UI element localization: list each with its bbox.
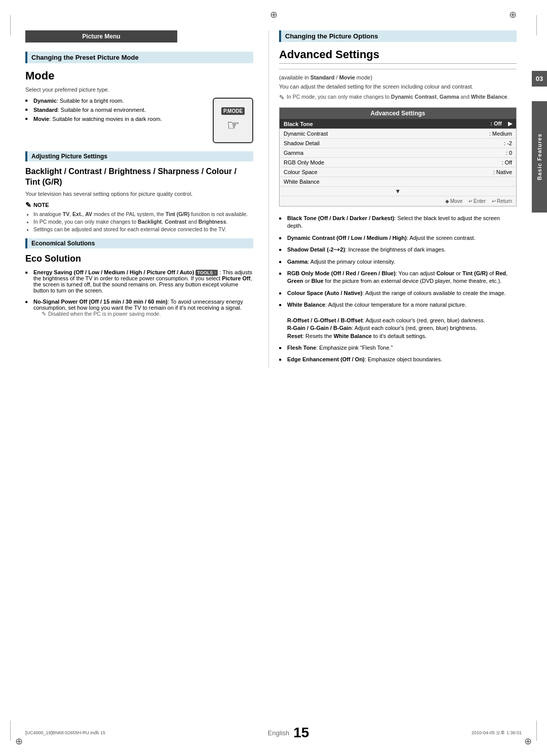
pc-mode-note: ✎ In PC mode, you can only make changes …: [279, 94, 517, 101]
pmode-label: P.MODE: [221, 107, 245, 115]
feature-rgb-only: RGB Only Mode (Off / Red / Green / Blue)…: [279, 270, 517, 285]
mode-desc: Select your preferred picture type.: [25, 87, 253, 93]
adv-cell-white-balance-value: [428, 177, 516, 187]
section-heading-eco: Economical Solutions: [25, 238, 253, 248]
pc-mode-note-text: In PC mode, you can only make changes to…: [287, 94, 509, 100]
nav-move-label: Move: [450, 198, 462, 204]
feature-edge-enhancement: Edge Enhancement (Off / On): Emphasize o…: [279, 356, 517, 363]
nav-return-icon: ↩: [492, 198, 496, 204]
adv-row-black-tone[interactable]: Black Tone : Off ▶: [280, 119, 516, 129]
nav-enter: ↵ Enter: [468, 198, 486, 204]
adv-row-white-balance[interactable]: White Balance: [280, 177, 516, 187]
picture-menu-header: Picture Menu: [25, 30, 177, 43]
corner-mark-tl: [10, 15, 11, 35]
adv-row-colour-space[interactable]: Colour Space : Native: [280, 167, 516, 177]
adv-cell-colour-space-label: Colour Space: [280, 167, 428, 177]
note-item-1: In analogue TV, Ext., AV modes of the PA…: [33, 211, 253, 217]
footer-file-info: [UC4000_19]BN68-02655H-RU.indb 15: [25, 730, 105, 735]
advanced-settings-box: Advanced Settings Black Tone : Off ▶ Dyn…: [279, 107, 517, 206]
nav-move-icon: ◆: [445, 198, 449, 204]
feature-dynamic-contrast: Dynamic Contrast (Off / Low / Medium / H…: [279, 234, 517, 242]
nav-move: ◆ Move: [445, 198, 462, 204]
page-wrapper: ⊕ ⊕ 03 Basic Features Picture Menu Chang…: [0, 0, 547, 756]
eco-list: Energy Saving (Off / Low / Medium / High…: [25, 269, 253, 317]
scroll-down-indicator: ▼: [280, 187, 516, 196]
english-label: English: [268, 729, 290, 737]
feature-colour-space: Colour Space (Auto / Native): Adjust the…: [279, 289, 517, 297]
mode-content: Dynamic: Suitable for a bright room. Sta…: [25, 98, 253, 143]
chapter-number: 03: [532, 71, 547, 87]
adv-cell-rgb-only-label: RGB Only Mode: [280, 158, 428, 167]
feature-gamma: Gamma: Adjust the primary colour intensi…: [279, 258, 517, 266]
feature-black-tone: Black Tone (Off / Dark / Darker / Darkes…: [279, 215, 517, 230]
nav-return-label: Return: [497, 198, 512, 204]
adv-cell-gamma-label: Gamma: [280, 148, 428, 158]
adv-box-header: Advanced Settings: [280, 108, 516, 119]
adv-cell-black-tone-label: Black Tone: [280, 119, 428, 129]
main-content: Picture Menu Changing the Preset Picture…: [0, 0, 547, 398]
adv-settings-table: Black Tone : Off ▶ Dynamic Contrast : Me…: [280, 119, 516, 187]
footer-date-info: 2010-04-05 오후 1:36:01: [472, 730, 522, 736]
note-pencil-icon: ✎: [25, 201, 31, 209]
feature-shadow-detail: Shadow Detail (-2~+2): Increase the brig…: [279, 246, 517, 254]
adv-cell-shadow-detail-label: Shadow Detail: [280, 139, 428, 148]
tools-badge: TOOLS ↑: [196, 270, 218, 276]
backlight-desc: Your television has several setting opti…: [25, 191, 253, 197]
note-item-3: Settings can be adjusted and stored for …: [33, 226, 253, 232]
page-number: 15: [293, 725, 309, 741]
adv-row-dynamic-contrast[interactable]: Dynamic Contrast : Medium: [280, 129, 516, 139]
eco-item-energy: Energy Saving (Off / Low / Medium / High…: [25, 269, 253, 293]
adv-cell-white-balance-label: White Balance: [280, 177, 428, 187]
mode-item-dynamic: Dynamic: Suitable for a bright room.: [25, 98, 203, 104]
note-label: NOTE: [33, 202, 49, 208]
compass-top: ⊕: [270, 9, 278, 20]
note-box: ✎ NOTE In analogue TV, Ext., AV modes of…: [25, 201, 253, 232]
adv-row-rgb-only[interactable]: RGB Only Mode : Off: [280, 158, 516, 167]
note-list: In analogue TV, Ext., AV modes of the PA…: [25, 211, 253, 232]
available-note: (available in Standard / Movie mode): [279, 74, 517, 80]
compass-bottom-left: ⊕: [15, 736, 23, 747]
left-column: Picture Menu Changing the Preset Picture…: [25, 30, 268, 368]
chapter-title: Basic Features: [532, 101, 547, 213]
section-heading-picture-options: Changing the Picture Options: [279, 30, 517, 42]
feature-flesh-tone: Flesh Tone: Emphasize pink "Flesh Tone.": [279, 344, 517, 352]
adv-cell-black-tone-value: : Off ▶: [428, 119, 516, 129]
nav-return: ↩ Return: [492, 198, 512, 204]
adv-cell-gamma-value: : 0: [428, 148, 516, 158]
nav-bar: ◆ Move ↵ Enter ↩ Return: [280, 196, 516, 206]
pmode-graphic: P.MODE ☞: [213, 98, 253, 143]
adv-cell-rgb-only-value: : Off: [428, 158, 516, 167]
page-footer: [UC4000_19]BN68-02655H-RU.indb 15 Englis…: [0, 725, 547, 741]
adv-cell-shadow-detail-value: : -2: [428, 139, 516, 148]
adv-row-shadow-detail[interactable]: Shadow Detail : -2: [280, 139, 516, 148]
pc-mode-pencil-icon: ✎: [279, 94, 285, 101]
compass-top-right: ⊕: [509, 9, 517, 20]
adv-cell-dynamic-contrast-value: : Medium: [428, 129, 516, 139]
disabled-note: ✎ Disabled when the PC is in power savin…: [33, 311, 253, 317]
pmode-hand-icon: ☞: [227, 117, 240, 134]
right-column: Changing the Picture Options Advanced Se…: [268, 30, 517, 368]
feature-list: Black Tone (Off / Dark / Darker / Darkes…: [279, 215, 517, 364]
mode-title: Mode: [25, 69, 253, 82]
eco-item-no-signal: No-Signal Power Off (Off / 15 min / 30 m…: [25, 299, 253, 317]
note-title: ✎ NOTE: [25, 201, 253, 209]
feature-white-balance: White Balance: Adjust the colour tempera…: [279, 301, 517, 340]
adv-row-gamma[interactable]: Gamma : 0: [280, 148, 516, 158]
mode-list: Dynamic: Suitable for a bright room. Sta…: [25, 98, 203, 125]
eco-title: Eco Solution: [25, 254, 253, 264]
adv-cell-colour-space-value: : Native: [428, 167, 516, 177]
adv-cell-dynamic-contrast-label: Dynamic Contrast: [280, 129, 428, 139]
corner-mark-tr: [536, 15, 537, 35]
can-adjust-text: You can adjust the detailed setting for …: [279, 83, 517, 90]
disabled-note-text: Disabled when the PC is in power saving …: [48, 311, 161, 317]
nav-enter-label: Enter: [474, 198, 486, 204]
nav-enter-icon: ↵: [468, 198, 473, 204]
backlight-heading: Backlight / Contrast / Brightness / Shar…: [25, 166, 253, 188]
section-heading-preset: Changing the Preset Picture Mode: [25, 52, 253, 63]
note-item-2: In PC mode, you can only make changes to…: [33, 219, 253, 225]
mode-item-standard: Standard: Suitable for a normal environm…: [25, 107, 203, 113]
compass-bottom-right: ⊕: [524, 736, 532, 747]
mode-item-movie: Movie: Suitable for watching movies in a…: [25, 116, 203, 122]
disabled-note-pencil-icon: ✎: [42, 311, 46, 317]
section-heading-adjusting: Adjusting Picture Settings: [25, 151, 253, 161]
